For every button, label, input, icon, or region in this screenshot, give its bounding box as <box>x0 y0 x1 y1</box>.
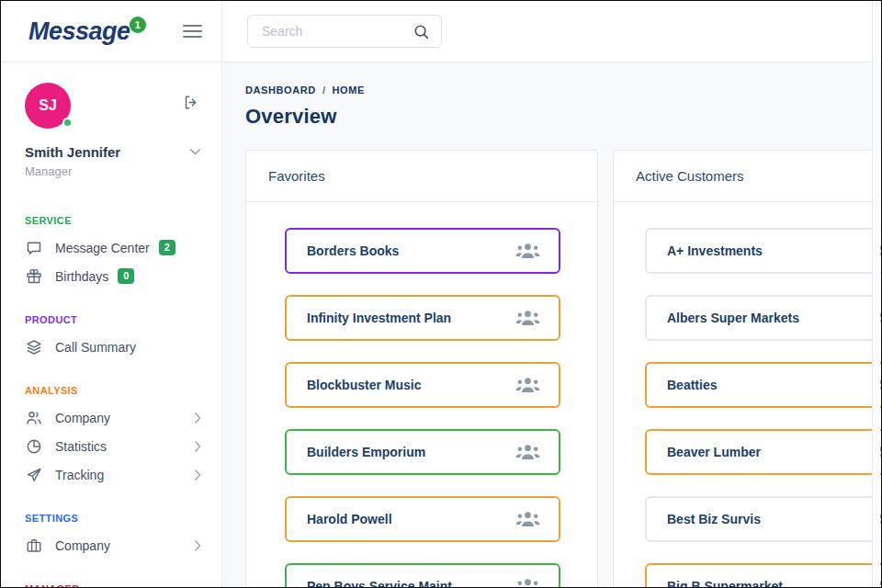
list-item-label: Big B Supermarket <box>667 579 876 587</box>
breadcrumb-dashboard[interactable]: DASHBOARD <box>245 85 316 96</box>
members-icon <box>515 310 540 326</box>
search-icon[interactable] <box>413 23 430 40</box>
nav-section-settings: SETTINGSCompany <box>1 513 221 560</box>
sidebar-item-statistics[interactable]: Statistics <box>1 432 221 460</box>
main-content: DASHBOARD / HOME Overview FavoritesBorde… <box>222 62 881 587</box>
nav-section-product: PRODUCTCall Summary <box>1 314 221 361</box>
sidebar-item-label: Statistics <box>55 439 107 454</box>
nav-heading-manager: MANAGER <box>1 583 221 588</box>
nav-section-service: SERVICEMessage Center2Birthdays0 <box>1 215 221 290</box>
list-item-borders-books[interactable]: Borders Books <box>285 228 560 274</box>
list-item-builders-emporium[interactable]: Builders Emporium <box>285 429 560 475</box>
nav-section-analysis: ANALYSISCompanyStatisticsTracking <box>1 385 221 489</box>
user-profile: SJ Smith Jennifer Manager <box>1 83 221 178</box>
card-title: Active Customers <box>614 151 881 202</box>
sidebar: SJ Smith Jennifer Manager SERVICEMessage… <box>1 62 222 587</box>
top-bar: Message1 <box>1 1 881 62</box>
nav-heading-service: SERVICE <box>1 215 221 226</box>
sidebar-item-company[interactable]: Company <box>1 531 221 560</box>
sidebar-item-birthdays[interactable]: Birthdays0 <box>1 262 221 290</box>
members-icon <box>515 444 540 460</box>
list-item-label: Pep Boys Service Maint <box>307 579 515 587</box>
list-item-label: Beatties <box>667 378 876 392</box>
list-item-label: Infinity Investment Plan <box>307 311 515 325</box>
user-name-row[interactable]: Smith Jennifer <box>25 144 201 160</box>
avatar[interactable]: SJ <box>25 83 71 129</box>
list-item-label: Harold Powell <box>307 512 515 526</box>
chevron-right-icon <box>195 441 201 452</box>
sidebar-item-message-center[interactable]: Message Center2 <box>1 233 221 262</box>
briefcase-icon <box>25 537 43 555</box>
brand-area: Message1 <box>1 1 222 62</box>
list-item-best-biz-survis[interactable]: Best Biz Survis <box>645 496 881 542</box>
card-title: Favorites <box>246 151 597 202</box>
list-item-label: Best Biz Survis <box>667 512 876 526</box>
card-active-customers: Active CustomersA+ InvestmentsAlbers Sup… <box>613 150 881 587</box>
list-item-harold-powell[interactable]: Harold Powell <box>285 496 560 542</box>
user-name: Smith Jennifer <box>25 144 120 160</box>
count-badge: 0 <box>118 268 134 284</box>
nav-heading-settings: SETTINGS <box>1 513 221 524</box>
members-icon <box>515 243 540 259</box>
list-item-albers-super-markets[interactable]: Albers Super Markets <box>645 295 881 341</box>
list-item-pep-boys-service-maint[interactable]: Pep Boys Service Maint <box>285 563 560 587</box>
list-item-a-investments[interactable]: A+ Investments <box>645 228 881 274</box>
online-status-dot <box>62 118 73 128</box>
sidebar-item-label: Message Center <box>55 241 150 255</box>
sidebar-item-tracking[interactable]: Tracking <box>1 460 221 489</box>
members-icon <box>515 511 540 527</box>
chevron-right-icon <box>195 469 201 481</box>
search-box[interactable] <box>247 15 442 48</box>
members-icon <box>515 377 540 393</box>
list-item-label: Blockbuster Music <box>307 378 515 392</box>
hamburger-menu-icon[interactable] <box>183 22 205 40</box>
users-icon <box>25 409 43 427</box>
list-item-label: Beaver Lumber <box>667 445 876 459</box>
user-role: Manager <box>25 164 201 178</box>
breadcrumb-separator: / <box>322 85 326 96</box>
nav-heading-product: PRODUCT <box>1 314 221 325</box>
members-icon <box>515 578 540 587</box>
sidebar-item-label: Birthdays <box>55 269 108 284</box>
sidebar-item-label: Company <box>55 411 110 425</box>
sidebar-nav: SERVICEMessage Center2Birthdays0PRODUCTC… <box>1 215 221 588</box>
search-area <box>222 1 442 62</box>
nav-heading-analysis: ANALYSIS <box>1 385 221 396</box>
sidebar-item-label: Call Summary <box>55 340 136 355</box>
chevron-down-icon <box>189 148 201 156</box>
count-badge: 2 <box>159 240 175 255</box>
sidebar-item-company[interactable]: Company <box>1 403 221 432</box>
list-item-infinity-investment-plan[interactable]: Infinity Investment Plan <box>285 295 560 341</box>
breadcrumb-home: HOME <box>333 85 365 96</box>
list-item-label: Builders Emporium <box>307 445 515 459</box>
list-item-big-b-supermarket[interactable]: Big B Supermarket <box>645 563 881 587</box>
search-input[interactable] <box>260 23 405 40</box>
logout-icon[interactable] <box>182 94 199 111</box>
app-logo[interactable]: Message1 <box>28 17 146 46</box>
list-item-label: A+ Investments <box>667 243 876 258</box>
chat-icon <box>25 239 43 257</box>
app-logo-text: Message <box>28 17 130 45</box>
list-item-label: Albers Super Markets <box>667 311 876 325</box>
list-item-label: Borders Books <box>307 243 515 258</box>
layers-icon <box>25 338 43 356</box>
page-scrollbar[interactable] <box>872 2 880 586</box>
avatar-initials: SJ <box>39 97 57 114</box>
list-item-blockbuster-music[interactable]: Blockbuster Music <box>285 362 560 408</box>
card-body: Borders BooksInfinity Investment PlanBlo… <box>246 202 597 587</box>
list-item-beaver-lumber[interactable]: Beaver Lumber <box>645 429 881 475</box>
breadcrumb: DASHBOARD / HOME <box>245 85 881 96</box>
sidebar-item-label: Tracking <box>55 468 104 482</box>
app-window: Message1 SJ Smith Je <box>0 0 882 588</box>
chevron-right-icon <box>195 413 201 424</box>
card-body: A+ InvestmentsAlbers Super MarketsBeatti… <box>614 202 881 587</box>
sidebar-item-call-summary[interactable]: Call Summary <box>1 333 221 361</box>
send-icon <box>25 466 43 484</box>
card-favorites: FavoritesBorders BooksInfinity Investmen… <box>245 150 598 587</box>
nav-section-manager: MANAGER <box>1 583 221 588</box>
chevron-right-icon <box>195 540 201 551</box>
gift-icon <box>25 267 43 286</box>
list-item-beatties[interactable]: Beatties <box>645 362 881 408</box>
pie-chart-icon <box>25 437 43 456</box>
sidebar-item-label: Company <box>55 538 110 553</box>
